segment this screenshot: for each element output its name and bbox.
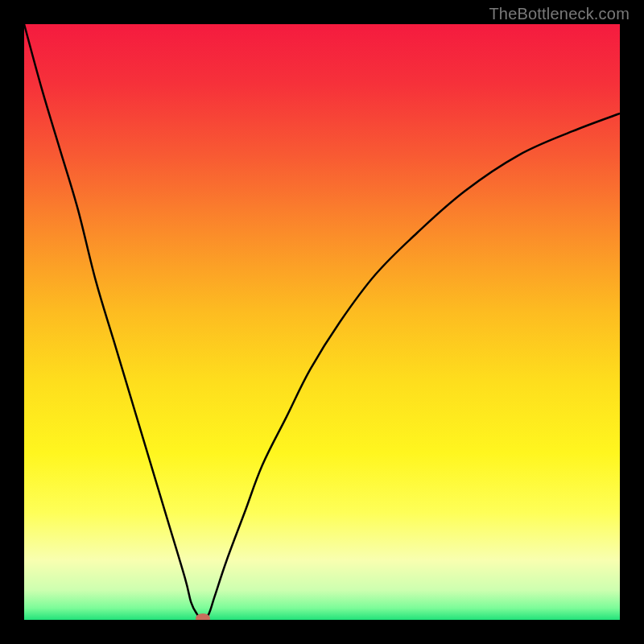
- watermark-text: TheBottleneck.com: [489, 5, 630, 23]
- gradient-background: [24, 24, 620, 620]
- bottleneck-chart: [24, 24, 620, 620]
- chart-container: TheBottleneck.com: [0, 0, 644, 644]
- plot-area: [24, 24, 620, 620]
